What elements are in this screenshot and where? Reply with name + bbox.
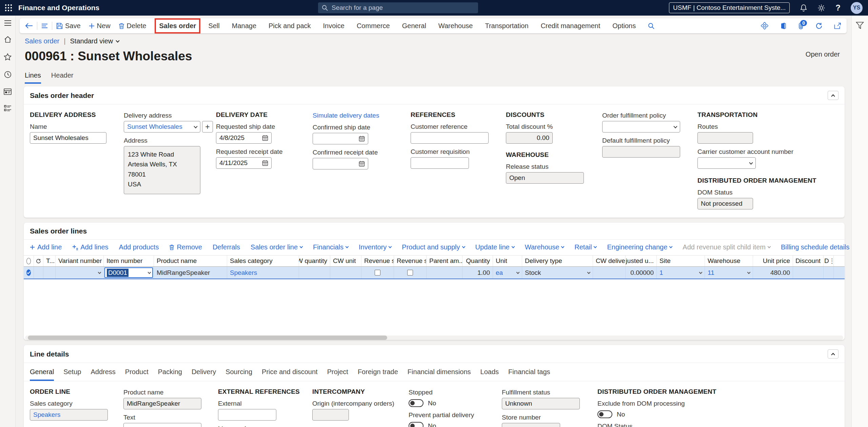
diamond-grid-icon[interactable] (761, 22, 768, 29)
col-header-cw-deliver[interactable]: CW deliver... (593, 256, 626, 266)
tab-sell[interactable]: Sell (208, 22, 219, 30)
tab-sourcing[interactable]: Sourcing (225, 368, 252, 381)
tab-credit-management[interactable]: Credit management (541, 22, 600, 30)
simulate-delivery-dates-link[interactable]: Simulate delivery dates (313, 112, 411, 119)
col-header-warehouse[interactable]: Warehouse (705, 256, 753, 266)
calendar-icon[interactable] (262, 160, 268, 166)
tab-price-and-discount[interactable]: Price and discount (262, 368, 318, 381)
save-button[interactable]: Save (56, 22, 81, 30)
item-number-editor[interactable]: D0001 (104, 267, 153, 278)
tab-lines[interactable]: Lines (25, 72, 41, 84)
search-input[interactable] (331, 4, 474, 12)
financials-menu[interactable]: Financials (313, 243, 348, 251)
prevent-partial-delivery-toggle[interactable] (409, 422, 423, 427)
delete-button[interactable]: Delete (119, 22, 146, 30)
list-flyout-icon[interactable] (41, 23, 48, 28)
environment-pill[interactable]: USMF | Contoso Entertainment Syste... (669, 2, 790, 13)
breadcrumb-sales-order-link[interactable]: Sales order (25, 37, 59, 45)
inventory-menu[interactable]: Inventory (359, 243, 391, 251)
carrier-account-combo[interactable] (697, 157, 756, 169)
scrollbar-thumb[interactable] (28, 336, 387, 340)
cell-product-name[interactable]: MidRangeSpeaker (154, 267, 227, 279)
filter-icon[interactable] (856, 22, 864, 427)
confirmed-ship-date-field[interactable] (313, 133, 368, 144)
tab-financial-tags[interactable]: Financial tags (508, 368, 550, 381)
cell-quantity[interactable]: 1.00 (462, 267, 493, 279)
calendar-icon[interactable] (262, 135, 268, 141)
deferrals-button[interactable]: Deferrals (213, 243, 240, 251)
engineering-change-menu[interactable]: Engineering change (607, 243, 672, 251)
tab-product[interactable]: Product (125, 368, 149, 381)
attachment-icon[interactable]: 0 (798, 22, 804, 29)
cell-item-number[interactable]: D0001 (104, 267, 154, 279)
cell-adjusted-u[interactable]: 0.00000 (626, 267, 657, 279)
col-header-site[interactable]: Site (657, 256, 705, 266)
col-header-unit-price[interactable]: Unit price (753, 256, 793, 266)
modules-icon[interactable] (4, 105, 12, 112)
cell-cw-quantity[interactable] (299, 267, 330, 279)
revenue-split-checkbox-1[interactable] (375, 270, 380, 276)
horizontal-scrollbar[interactable] (25, 336, 843, 340)
col-header-discount[interactable]: Discount (793, 256, 824, 266)
col-header-delivery-type[interactable]: Delivery type (522, 256, 593, 266)
cell-warehouse[interactable]: 11 (705, 267, 753, 279)
cell-cw-deliver[interactable] (593, 267, 626, 279)
new-button[interactable]: New (89, 22, 111, 30)
order-fulfillment-policy-combo[interactable] (602, 121, 680, 133)
cell-delivery-type[interactable]: Stock (522, 267, 593, 279)
tab-transportation[interactable]: Transportation (485, 22, 528, 30)
tab-invoice[interactable]: Invoice (323, 22, 344, 30)
cell-variant-number[interactable] (56, 267, 104, 279)
workspaces-icon[interactable] (4, 88, 12, 95)
customer-reference-field[interactable] (411, 132, 489, 144)
clock-icon[interactable] (4, 71, 12, 78)
cell-unit[interactable]: ea (493, 267, 522, 279)
customer-requisition-field[interactable] (411, 157, 469, 169)
name-field[interactable]: Sunset Wholesales (30, 132, 106, 144)
cell-site[interactable]: 1 (657, 267, 705, 279)
cell-cw-unit[interactable] (330, 267, 361, 279)
calendar-icon[interactable] (359, 161, 365, 167)
col-header-sales-category[interactable]: Sales category (227, 256, 299, 266)
tab-address[interactable]: Address (91, 368, 115, 381)
add-products-button[interactable]: Add products (119, 243, 159, 251)
tab-options[interactable]: Options (612, 22, 636, 30)
col-header-quantity[interactable]: Quantity (462, 256, 493, 266)
select-all-checkbox[interactable] (26, 258, 31, 264)
waffle-icon[interactable] (0, 4, 17, 12)
col-header-variant-number[interactable]: Variant number (56, 256, 104, 266)
revenue-split-checkbox-2[interactable] (407, 270, 413, 276)
remove-line-button[interactable]: Remove (169, 243, 202, 251)
warehouse-menu[interactable]: Warehouse (525, 243, 564, 251)
col-header-cw-unit[interactable]: CW unit (330, 256, 361, 266)
tab-general[interactable]: General (30, 368, 54, 381)
update-line-menu[interactable]: Update line (475, 243, 514, 251)
menu-icon[interactable] (4, 20, 12, 26)
sales-order-line-row[interactable]: D0001 MidRangeSpeaker Speakers (24, 267, 845, 279)
search-actions-icon[interactable] (648, 23, 654, 29)
cell-unit-price[interactable]: 480.00 (753, 267, 793, 279)
confirmed-receipt-date-field[interactable] (313, 158, 368, 169)
product-and-supply-menu[interactable]: Product and supply (402, 243, 465, 251)
office-icon[interactable] (780, 22, 787, 29)
tab-loads[interactable]: Loads (480, 368, 499, 381)
tab-setup[interactable]: Setup (63, 368, 81, 381)
add-lines-button[interactable]: Add lines (72, 243, 108, 251)
refresh-icon[interactable] (815, 22, 823, 29)
tab-commerce[interactable]: Commerce (357, 22, 390, 30)
col-header-revenue-s1[interactable]: Revenue s... (361, 256, 394, 266)
col-header-adjusted-u[interactable]: Adjusted u... (626, 256, 657, 266)
refresh-rows-icon[interactable] (34, 256, 43, 266)
col-header-unit[interactable]: Unit (493, 256, 522, 266)
tab-general[interactable]: General (402, 22, 426, 30)
view-selector[interactable]: Standard view (70, 37, 119, 45)
help-icon[interactable]: ? (835, 3, 841, 13)
external-field[interactable] (218, 409, 276, 421)
tab-header[interactable]: Header (51, 72, 74, 84)
tab-warehouse[interactable]: Warehouse (438, 22, 473, 30)
col-header-product-name[interactable]: Product name (154, 256, 227, 266)
tab-manage[interactable]: Manage (232, 22, 256, 30)
retail-menu[interactable]: Retail (574, 243, 596, 251)
requested-ship-date-field[interactable]: 4/8/2025 (216, 132, 272, 144)
tab-pick-and-pack[interactable]: Pick and pack (269, 22, 311, 30)
